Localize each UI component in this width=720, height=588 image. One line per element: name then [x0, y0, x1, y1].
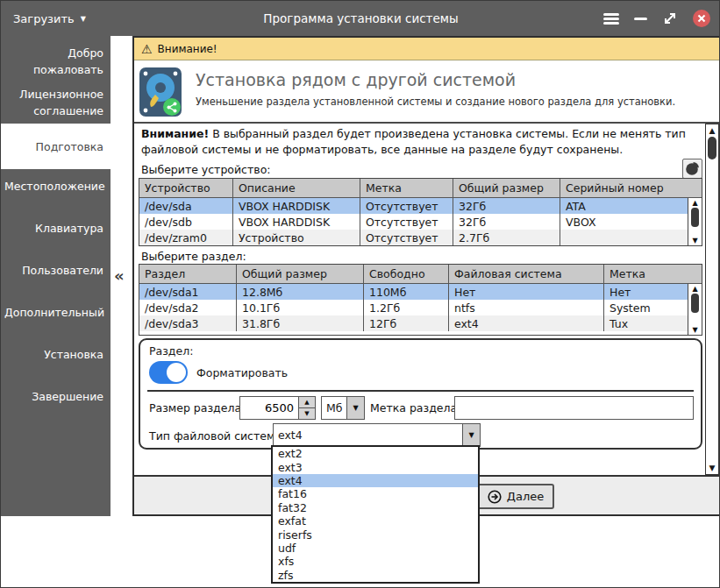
size-input[interactable]: [240, 397, 298, 419]
dropdown-option[interactable]: fat16: [273, 487, 478, 500]
stepper-buttons: ▲ ▼: [298, 397, 315, 419]
close-icon[interactable]: [693, 10, 710, 27]
chevron-down-icon: ▼: [81, 15, 86, 23]
dropdown-option[interactable]: ext3: [273, 460, 478, 473]
col-header: Метка: [604, 265, 702, 283]
partition-table-header: Раздел Общий размер Свободно Файловая си…: [139, 265, 702, 284]
dropdown-option[interactable]: udf: [273, 542, 478, 555]
collapse-sidebar-icon[interactable]: «: [114, 266, 125, 285]
col-header: Метка: [360, 179, 453, 197]
col-header: Файловая система: [449, 265, 604, 283]
dropdown-option[interactable]: fat32: [273, 501, 478, 514]
dropdown-option[interactable]: ext2: [273, 447, 478, 460]
installer-window: Загрузить ▼ Программа установки системы …: [0, 0, 720, 588]
scroll-up-icon[interactable]: ▲: [706, 126, 718, 135]
format-toggle-label: Форматировать: [196, 366, 288, 379]
col-header: Раздел: [139, 265, 237, 283]
toggle-knob: [167, 363, 186, 382]
load-button[interactable]: Загрузить ▼: [13, 1, 86, 36]
table-row[interactable]: /dev/sdb VBOX HARDDISK Отсутствует 32Гб …: [139, 214, 702, 230]
menu-icon[interactable]: [603, 13, 619, 25]
dropdown-option[interactable]: riserfs: [273, 528, 478, 541]
format-toggle[interactable]: [149, 361, 188, 384]
partition-table: Раздел Общий размер Свободно Файловая си…: [139, 264, 702, 336]
page-header: Установка рядом с другой системой Уменьш…: [134, 60, 719, 124]
table-row[interactable]: /dev/sda3 31.8Гб 12Гб ext4 Tux: [139, 315, 702, 331]
size-stepper: ▲ ▼: [239, 396, 316, 420]
device-table-scrollbar[interactable]: ▲ ▼: [688, 198, 702, 245]
size-unit-value: Мб: [322, 397, 346, 419]
scroll-down-icon[interactable]: ▼: [688, 326, 702, 334]
stepper-down-icon[interactable]: ▼: [299, 408, 315, 419]
device-section-label: Выберите устройство:: [141, 163, 271, 176]
col-header: Описание: [233, 179, 360, 197]
fs-type-select[interactable]: ext4 ▼: [273, 423, 481, 447]
sidebar-item-users[interactable]: Пользователи: [1, 262, 110, 279]
sidebar-item-welcome[interactable]: Добро пожаловать: [1, 45, 110, 78]
metka-input[interactable]: [454, 396, 694, 420]
col-header: Устройство: [139, 179, 233, 197]
device-table-header: Устройство Описание Метка Общий размер С…: [139, 179, 702, 198]
col-header: Общий размер: [237, 265, 364, 283]
scroll-down-icon[interactable]: ▼: [688, 237, 702, 244]
stepper-up-icon[interactable]: ▲: [299, 397, 315, 408]
chevron-down-icon[interactable]: ▼: [462, 424, 480, 446]
sidebar-item-location[interactable]: Местоположение: [1, 178, 110, 195]
scrollbar-thumb[interactable]: [691, 208, 699, 227]
dropdown-option[interactable]: xfs: [273, 555, 478, 568]
main-area: Внимание! В выбранный раздел будет произ…: [134, 124, 719, 475]
partition-section-label: Выберите раздел:: [141, 250, 246, 263]
fs-field-label: Тип файловой системы:: [149, 429, 287, 443]
table-row[interactable]: /dev/sda2 10.1Гб 1.2Гб ntfs System: [139, 300, 702, 315]
partition-form-group: Раздел: Форматировать Размер раздела: ▲ …: [139, 338, 702, 450]
scroll-down-icon[interactable]: ▼: [706, 464, 718, 472]
page-subtitle: Уменьшение раздела установленной системы…: [196, 96, 675, 108]
fs-type-dropdown-list: ext2 ext3 ext4 fat16 fat32 exfat riserfs…: [271, 445, 480, 584]
scrollbar-thumb[interactable]: [691, 294, 699, 313]
scroll-up-icon[interactable]: ▲: [688, 285, 702, 293]
content-panel: ⚠ Внимание! Установка рядом с дру: [132, 36, 720, 516]
size-field-label: Размер раздела:: [149, 401, 245, 414]
next-button[interactable]: Далее: [477, 484, 554, 509]
maximize-icon[interactable]: [662, 11, 678, 26]
pie-chart-icon: [685, 161, 700, 176]
sidebar-item-additional[interactable]: Дополнительный: [1, 304, 110, 321]
warning-triangle-icon: ⚠: [141, 43, 153, 55]
dropdown-option[interactable]: zfs: [273, 569, 478, 582]
notice-text: Внимание! В выбранный раздел будет произ…: [141, 126, 699, 157]
col-header: Свободно: [364, 265, 449, 283]
minimize-icon[interactable]: [634, 18, 647, 20]
sidebar: Добро пожаловать Лицензионное соглашение…: [1, 36, 110, 516]
dropdown-option-selected[interactable]: ext4: [273, 474, 478, 487]
group-label: Раздел:: [149, 344, 193, 358]
sidebar-item-keyboard[interactable]: Клавиатура: [1, 220, 110, 237]
sidebar-item-license[interactable]: Лицензионное соглашение: [1, 86, 110, 119]
sidebar-item-preparation[interactable]: Подготовка: [1, 124, 110, 169]
page-title: Установка рядом с другой системой: [196, 70, 516, 89]
table-row[interactable]: /dev/sda1 12.8Мб 110Мб Нет Нет: [139, 284, 702, 300]
scroll-up-icon[interactable]: ▲: [688, 199, 702, 207]
load-button-label: Загрузить: [13, 12, 75, 25]
warning-banner: ⚠ Внимание!: [134, 38, 719, 60]
warning-banner-text: Внимание!: [158, 43, 217, 55]
scrollbar-thumb[interactable]: [708, 137, 716, 159]
col-header: Общий размер: [453, 179, 560, 197]
dropdown-option[interactable]: exfat: [273, 514, 478, 528]
metka-field-label: Метка раздела:: [370, 401, 460, 414]
main-scrollbar[interactable]: ▲ ▼: [705, 124, 719, 475]
partition-table-scrollbar[interactable]: ▲ ▼: [688, 284, 702, 335]
window-controls: [603, 1, 710, 36]
fs-type-value: ext4: [274, 424, 462, 446]
device-table: Устройство Описание Метка Общий размер С…: [139, 178, 702, 246]
arrow-right-circle-icon: [488, 490, 502, 504]
table-row[interactable]: /dev/zram0 Устройство Отсутствует 2.7Гб: [139, 230, 702, 245]
titlebar: Загрузить ▼ Программа установки системы: [1, 1, 720, 36]
sidebar-item-installation[interactable]: Установка: [1, 346, 110, 363]
pie-chart-button[interactable]: [682, 159, 702, 179]
table-row[interactable]: /dev/sda VBOX HARDDISK Отсутствует 32Гб …: [139, 198, 702, 214]
separator: [147, 390, 694, 392]
size-unit-select[interactable]: Мб ▼: [321, 396, 365, 420]
chevron-down-icon[interactable]: ▼: [346, 397, 364, 419]
sidebar-item-finish[interactable]: Завершение: [1, 388, 110, 405]
hard-disk-icon: [139, 67, 182, 117]
